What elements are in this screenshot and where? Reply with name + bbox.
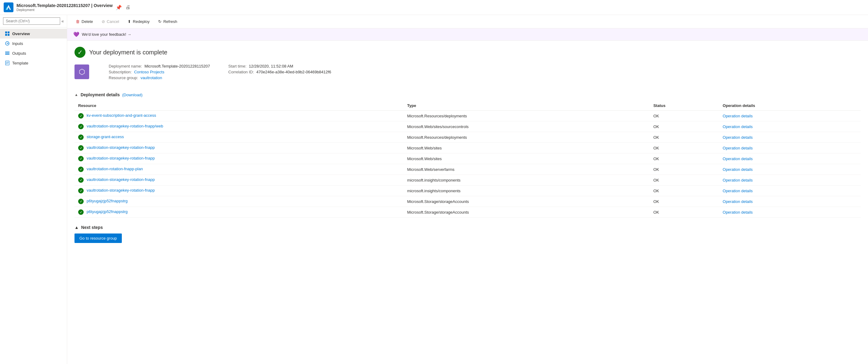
status-cell: OK (650, 164, 719, 175)
resource-link[interactable]: p6tyugajzjp52fnappstrg (87, 199, 128, 203)
next-steps-section: ▲ Next steps Go to resource group (74, 225, 861, 243)
row-success-icon: ✓ (78, 156, 84, 161)
deployment-title: Your deployment is complete (89, 49, 167, 56)
resource-link[interactable]: p6tyugajzjp52fnappstrg (87, 209, 128, 214)
delete-button[interactable]: 🗑 Delete (72, 18, 97, 26)
correlation-label: Correlation ID: (228, 70, 254, 74)
operation-details-link[interactable]: Operation details (723, 178, 752, 183)
resource-link[interactable]: kv-event-subscription-and-grant-access (87, 113, 156, 118)
chevron-up-icon: ▲ (74, 93, 78, 97)
table-row: ✓ vaultrotation-storagekey-rotation-fnap… (74, 153, 861, 164)
resource-link[interactable]: vaultrotation-storagekey-rotation-fnapp (87, 156, 155, 161)
type-cell: Microsoft.Web/sites (403, 153, 649, 164)
svg-text:⬡: ⬡ (79, 67, 85, 76)
resource-link[interactable]: vaultrotation-storagekey-rotation-fnapp (87, 177, 155, 182)
col-status: Status (650, 101, 719, 111)
sidebar-item-outputs[interactable]: Outputs (0, 48, 67, 58)
inputs-icon (5, 41, 10, 46)
operation-details-link[interactable]: Operation details (723, 124, 752, 129)
type-cell: Microsoft.Web/sites (403, 143, 649, 153)
sidebar-item-overview[interactable]: Overview (0, 29, 67, 38)
type-cell: Microsoft.Resources/deployments (403, 132, 649, 143)
deployment-header: ✓ Your deployment is complete (74, 47, 861, 58)
status-cell: OK (650, 111, 719, 121)
toolbar: 🗑 Delete ⊘ Cancel ⬆ Redeploy ↻ Refresh (67, 15, 868, 28)
operation-details-link[interactable]: Operation details (723, 167, 752, 172)
subscription-value[interactable]: Contoso Projects (134, 70, 164, 74)
table-row: ✓ vaultrotation-storagekey-rotation-fnap… (74, 186, 861, 196)
status-cell: OK (650, 153, 719, 164)
page-title: Microsoft.Template-20201228115207 | Over… (17, 3, 113, 8)
table-row: ✓ storage-grant-access Microsoft.Resourc… (74, 132, 861, 143)
next-steps-header[interactable]: ▲ Next steps (74, 225, 861, 230)
print-icon[interactable]: 🖨 (125, 5, 130, 10)
sidebar-search-area: « (0, 15, 67, 28)
operation-details-link[interactable]: Operation details (723, 189, 752, 193)
resource-link[interactable]: vaultrotation-storagekey-rotation-fnapp/… (87, 124, 163, 129)
resource-link[interactable]: vaultrotation-storagekey-rotation-fnapp (87, 145, 155, 150)
go-to-resource-group-button[interactable]: Go to resource group (74, 233, 122, 243)
feedback-banner[interactable]: 💜 We'd love your feedback! → (67, 28, 868, 40)
next-steps-chevron: ▲ (74, 225, 79, 230)
azure-logo (4, 2, 13, 12)
subscription-label: Subscription: (109, 70, 132, 74)
status-cell: OK (650, 143, 719, 153)
deployment-info: Deployment name: Microsoft.Template-2020… (109, 64, 331, 80)
svg-rect-6 (8, 34, 9, 36)
sidebar-item-inputs[interactable]: Inputs (0, 38, 67, 48)
resource-cell: ✓ vaultrotation-storagekey-rotation-fnap… (74, 121, 403, 132)
collapse-sidebar-button[interactable]: « (61, 19, 64, 24)
feedback-text: We'd love your feedback! → (82, 32, 131, 37)
resource-group-row: Resource group: vaultrotation (109, 76, 210, 80)
redeploy-label: Redeploy (133, 19, 150, 24)
resource-group-value[interactable]: vaultrotation (141, 76, 162, 80)
svg-rect-5 (5, 34, 7, 36)
svg-rect-10 (5, 54, 9, 55)
search-input[interactable] (3, 18, 60, 25)
cancel-button[interactable]: ⊘ Cancel (98, 18, 123, 26)
row-success-icon: ✓ (78, 145, 84, 151)
operation-details-link[interactable]: Operation details (723, 157, 752, 161)
col-resource: Resource (74, 101, 403, 111)
page-content: ✓ Your deployment is complete ⬡ Deployme… (67, 40, 868, 249)
start-time-row: Start time: 12/28/2020, 11:52:08 AM (228, 64, 331, 68)
operation-cell: Operation details (719, 175, 861, 186)
refresh-button[interactable]: ↻ Refresh (154, 18, 181, 26)
refresh-icon: ↻ (158, 19, 161, 24)
operation-cell: Operation details (719, 111, 861, 121)
download-link[interactable]: (Download) (122, 93, 142, 97)
start-time-label: Start time: (228, 64, 246, 68)
operation-cell: Operation details (719, 121, 861, 132)
type-cell: Microsoft.Resources/deployments (403, 111, 649, 121)
row-success-icon: ✓ (78, 188, 84, 193)
resource-link[interactable]: vaultrotation-rotation-fnapp-plan (87, 167, 143, 171)
resource-link[interactable]: vaultrotation-storagekey-rotation-fnapp (87, 188, 155, 193)
top-bar-title-group: Microsoft.Template-20201228115207 | Over… (17, 3, 113, 11)
status-cell: OK (650, 121, 719, 132)
sidebar-item-template[interactable]: Template (0, 58, 67, 68)
resource-cell: ✓ p6tyugajzjp52fnappstrg (74, 196, 403, 207)
feedback-icon: 💜 (73, 31, 80, 37)
operation-details-link[interactable]: Operation details (723, 199, 752, 204)
type-cell: Microsoft.Storage/storageAccounts (403, 207, 649, 218)
table-body: ✓ kv-event-subscription-and-grant-access… (74, 111, 861, 218)
resource-cell: ✓ vaultrotation-rotation-fnapp-plan (74, 164, 403, 175)
start-time-value: 12/28/2020, 11:52:08 AM (249, 64, 293, 68)
operation-details-link[interactable]: Operation details (723, 135, 752, 140)
operation-details-link[interactable]: Operation details (723, 210, 752, 215)
deployment-details-header[interactable]: ▲ Deployment details (Download) (74, 92, 861, 97)
pin-icon[interactable]: 📌 (116, 5, 122, 10)
resource-cell: ✓ vaultrotation-storagekey-rotation-fnap… (74, 186, 403, 196)
operation-details-link[interactable]: Operation details (723, 114, 752, 118)
outputs-icon (5, 51, 10, 56)
operation-cell: Operation details (719, 186, 861, 196)
table-row: ✓ vaultrotation-rotation-fnapp-plan Micr… (74, 164, 861, 175)
col-type: Type (403, 101, 649, 111)
table-header-row: Resource Type Status Operation details (74, 101, 861, 111)
resource-group-label: Resource group: (109, 76, 138, 80)
resource-link[interactable]: storage-grant-access (87, 135, 124, 139)
top-bar-actions: 📌 🖨 (116, 5, 130, 10)
redeploy-button[interactable]: ⬆ Redeploy (124, 18, 153, 26)
operation-details-link[interactable]: Operation details (723, 146, 752, 150)
redeploy-icon: ⬆ (128, 19, 131, 24)
